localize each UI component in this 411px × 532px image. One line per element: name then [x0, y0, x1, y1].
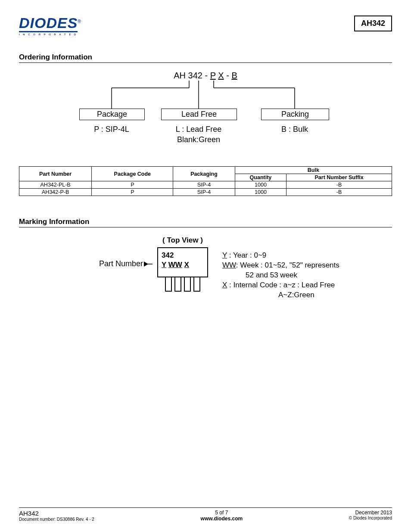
- diagram-label-l1: L : Lead Free: [161, 125, 236, 134]
- ordering-section-title: Ordering Information: [19, 53, 392, 63]
- footer-copyright: © Diodes Incorporated: [349, 516, 392, 520]
- th-package-code: Package Code: [92, 167, 173, 181]
- chip-line2: Y WW X: [162, 260, 204, 270]
- logo-text: DIODES: [19, 16, 78, 32]
- footer-center: 5 of 7 www.diodes.com: [94, 510, 349, 522]
- th-quantity: Quantity: [235, 174, 286, 181]
- footer-doc: Document number: DS30886 Rev. 4 - 2: [19, 517, 94, 522]
- diagram-box-leadfree: Lead Free: [161, 109, 237, 120]
- page-footer: AH342 Document number: DS30886 Rev. 4 - …: [19, 507, 392, 522]
- marking-pn-label: Part Number: [19, 236, 148, 268]
- th-bulk: Bulk: [235, 167, 392, 174]
- th-suffix: Part Number Suffix: [286, 174, 392, 181]
- logo-subtitle: I N C O R P O R A T E D: [19, 33, 81, 36]
- page-header: DIODES® I N C O R P O R A T E D AH342: [19, 16, 392, 36]
- diagram-label-p: P : SIP-4L: [79, 125, 144, 134]
- th-packaging: Packaging: [173, 167, 235, 181]
- chip-leads: [148, 277, 217, 292]
- chip-line1: 342: [162, 251, 204, 260]
- diagram-label-b: B : Bulk: [261, 125, 328, 134]
- ordering-diagram: AH 342 - P X - B Package Lead Free Packi…: [19, 71, 392, 157]
- footer-right: December 2013 © Diodes Incorporated: [349, 510, 392, 522]
- diagram-label-l2: Blank:Green: [161, 135, 236, 144]
- marking-legend: Y : Year : 0~9 WW: Week : 01~52, "52" re…: [217, 236, 392, 300]
- company-logo: DIODES® I N C O R P O R A T E D: [19, 16, 81, 36]
- marking-diagram: Part Number ( Top View ) 342 Y WW X Y : …: [19, 236, 392, 300]
- th-part-number: Part Number: [19, 167, 92, 181]
- part-number-box: AH342: [354, 16, 392, 31]
- footer-left: AH342 Document number: DS30886 Rev. 4 - …: [19, 510, 94, 522]
- ordering-table: Part Number Package Code Packaging Bulk …: [19, 166, 392, 196]
- footer-part: AH342: [19, 510, 94, 517]
- chip-outline: 342 Y WW X: [157, 247, 208, 277]
- diagram-box-packing: Packing: [261, 109, 329, 120]
- footer-page: 5 of 7: [94, 510, 349, 516]
- marking-chip: ( Top View ) 342 Y WW X: [148, 236, 217, 292]
- topview-label: ( Top View ): [148, 236, 217, 245]
- diagram-box-package: Package: [79, 109, 145, 120]
- table-row: AH342-P-B P SIP-4 1000 -B: [19, 189, 392, 196]
- footer-date: December 2013: [349, 510, 392, 516]
- footer-url: www.diodes.com: [201, 516, 243, 522]
- marking-section-title: Marking Information: [19, 218, 392, 227]
- table-row: AH342-PL-B P SIP-4 1000 -B: [19, 181, 392, 189]
